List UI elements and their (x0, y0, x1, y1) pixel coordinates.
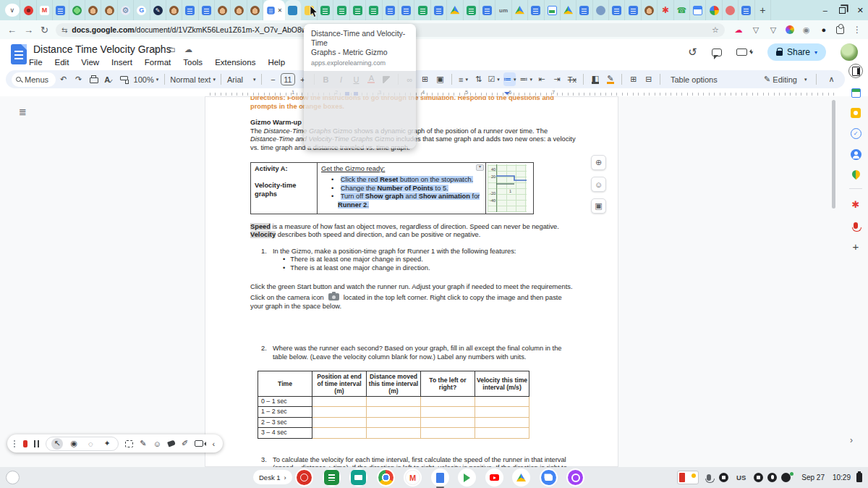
empty-cell[interactable] (312, 428, 367, 439)
window-restore-button[interactable] (839, 7, 846, 14)
image-options-button[interactable]: ▾ (476, 164, 484, 171)
browser-menu-icon[interactable]: ⋮ (853, 25, 861, 35)
font-size-input[interactable]: 11 (281, 73, 295, 85)
browser-tab[interactable] (247, 0, 263, 20)
camera-tool-button[interactable] (195, 438, 203, 450)
pen-color-button[interactable]: ✎ (605, 72, 616, 86)
browser-tab[interactable] (609, 0, 625, 20)
horizontal-ruler[interactable]: 1 2 3 4 5 6 7 (0, 90, 868, 96)
extension-icon[interactable] (786, 25, 794, 34)
empty-cell[interactable] (475, 396, 529, 407)
keep-icon[interactable] (851, 108, 861, 118)
styles-select[interactable]: Normal text▾ (170, 72, 216, 86)
extension-icon[interactable]: ▽ (768, 25, 778, 35)
stop-record-button[interactable] (23, 440, 27, 447)
drag-handle-icon[interactable] (13, 439, 17, 448)
paint-format-button[interactable] (119, 72, 130, 86)
margin-action-button[interactable]: ⊕ (591, 155, 606, 170)
add-comment-button[interactable]: ⊞ (419, 72, 430, 86)
empty-cell[interactable] (367, 407, 421, 418)
browser-tab[interactable] (528, 0, 544, 20)
mic-status-icon[interactable] (707, 474, 711, 481)
window-close-button[interactable]: ✕ (857, 6, 864, 15)
contacts-icon[interactable] (851, 149, 861, 160)
browser-tab[interactable]: um (495, 0, 511, 20)
document-outline-icon[interactable]: ≣ (19, 106, 27, 117)
clear-formatting-button[interactable]: Tx (566, 72, 578, 86)
select-region-button[interactable] (125, 438, 133, 450)
margin-action-button[interactable]: ▣ (591, 198, 606, 214)
empty-cell[interactable] (421, 407, 475, 418)
ring-cursor-tool-button[interactable]: ◌ (85, 438, 96, 450)
pen-tool-button[interactable]: ✎ (140, 438, 147, 450)
forward-icon[interactable]: → (24, 25, 33, 35)
shelf-app[interactable] (458, 468, 476, 487)
menu-item[interactable]: Help (268, 58, 285, 67)
browser-tab[interactable] (625, 0, 641, 20)
time-label[interactable]: 10:29 (833, 474, 851, 481)
browser-tab[interactable] (318, 0, 333, 20)
table-options-button[interactable]: Table options (666, 72, 722, 86)
increase-indent-button[interactable]: ⇥ (551, 72, 563, 86)
activity-table[interactable]: Activity A: Velocity-time graphs ▾ Get t… (250, 162, 534, 214)
collapse-bar-button[interactable]: ‹ (210, 438, 217, 450)
browser-tab[interactable] (431, 0, 447, 20)
menu-item[interactable]: File (29, 58, 43, 67)
shelf-app[interactable] (431, 468, 449, 487)
insert-image-button[interactable]: ▣ (434, 72, 446, 86)
extension-icon[interactable]: ☁ (733, 25, 744, 35)
empty-cell[interactable] (475, 417, 529, 428)
bookmark-star-icon[interactable]: ☆ (712, 25, 719, 35)
browser-tab[interactable] (53, 0, 69, 20)
empty-cell[interactable] (312, 396, 367, 407)
browser-tab[interactable] (333, 0, 349, 20)
vertical-scrollbar[interactable] (832, 100, 835, 209)
print-button[interactable] (88, 72, 100, 86)
numbered-list-button[interactable]: ≕▾ (519, 72, 532, 86)
browser-tab[interactable]: ☎ (674, 0, 690, 20)
launcher-button[interactable] (6, 471, 20, 484)
shelf-app[interactable] (323, 468, 341, 487)
browser-tab[interactable] (215, 0, 231, 20)
shelf-app[interactable] (295, 468, 313, 487)
browser-tab[interactable] (350, 0, 366, 20)
browser-tab[interactable] (593, 0, 609, 20)
empty-cell[interactable] (421, 396, 475, 407)
runner-data-table[interactable]: TimePosition at end of time interval (m)… (258, 371, 529, 439)
shelf-app[interactable] (566, 468, 584, 487)
browser-tab[interactable] (642, 0, 658, 20)
calendar-icon[interactable] (851, 88, 861, 98)
cursor-tool-button[interactable]: ↖ (51, 438, 63, 450)
browser-tab[interactable] (383, 0, 399, 20)
browser-tab[interactable] (366, 0, 382, 20)
browser-tab[interactable]: ⚙ (118, 0, 134, 20)
browser-tab[interactable] (706, 0, 722, 20)
menu-item[interactable]: Tools (183, 58, 203, 67)
tasks-icon[interactable]: ✓ (851, 128, 861, 139)
browser-tab[interactable]: M (37, 0, 53, 20)
browser-tab[interactable]: + (755, 0, 771, 20)
browser-tab[interactable]: ✱ (658, 0, 673, 20)
back-icon[interactable]: ← (7, 25, 17, 35)
docs-logo-icon[interactable] (11, 44, 27, 64)
reload-icon[interactable]: ↻ (41, 25, 48, 35)
meet-video-icon[interactable] (736, 49, 747, 56)
document-page[interactable]: Directions: Follow the instructions to g… (205, 96, 618, 467)
sparkle-cursor-tool-button[interactable]: ✦ (101, 438, 113, 450)
table-grid-button[interactable]: ⊞ (628, 72, 639, 86)
screen-record-status-icon[interactable] (719, 473, 728, 482)
browser-tab[interactable] (739, 0, 754, 20)
collapse-toolbar-button[interactable]: ∧ (826, 72, 838, 86)
browser-tab[interactable] (723, 0, 739, 20)
avatar[interactable] (841, 43, 858, 61)
browser-tab[interactable] (512, 0, 528, 20)
document-title[interactable]: Distance Time Velocity Graphs (33, 43, 171, 55)
browser-tab[interactable] (69, 0, 85, 20)
shelf-app[interactable] (377, 468, 395, 487)
redo-button[interactable]: ↷ (73, 72, 85, 86)
bulleted-list-button[interactable]: ≔▾ (503, 72, 516, 86)
desk-switcher[interactable]: Desk 1› (253, 470, 292, 484)
browser-tab[interactable] (480, 0, 495, 20)
window-minimize-button[interactable]: – (823, 6, 827, 14)
extension-icon[interactable] (836, 26, 844, 34)
